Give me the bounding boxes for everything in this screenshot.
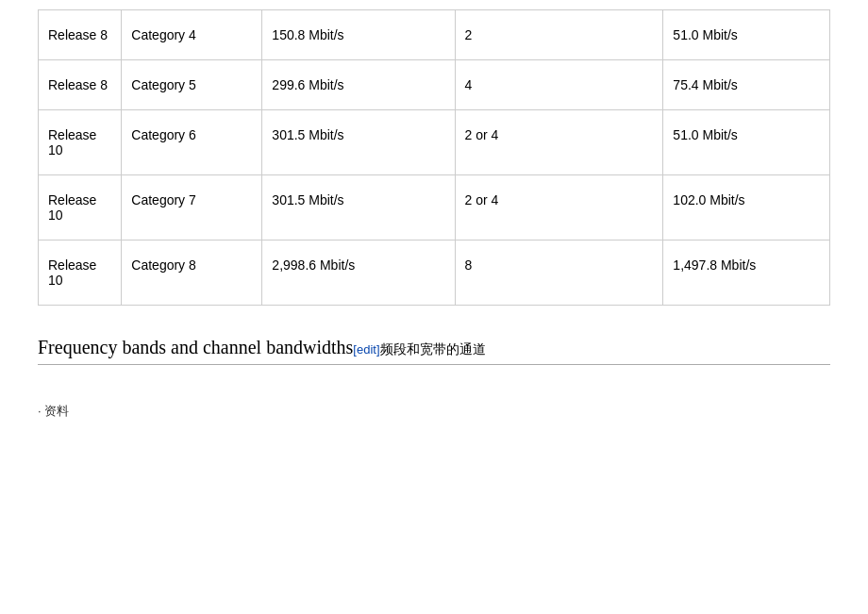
release-table: Release 8Category 4150.8 Mbit/s251.0 Mbi… [38,9,830,306]
downlink-cell: 301.5 Mbit/s [262,110,455,175]
release-cell: Release 10 [39,241,122,306]
release-cell: Release 10 [39,175,122,241]
category-cell: Category 4 [122,10,262,60]
category-cell: Category 6 [122,110,262,175]
category-cell: Category 5 [122,60,262,110]
uplink-cell: 51.0 Mbit/s [663,10,830,60]
section-title: Frequency bands and channel bandwidths [38,337,353,357]
uplink-cell: 1,497.8 Mbit/s [663,241,830,306]
downlink-cell: 299.6 Mbit/s [262,60,455,110]
edit-link[interactable]: [edit] [353,342,379,357]
category-cell: Category 8 [122,241,262,306]
uplink-cell: 51.0 Mbit/s [663,110,830,175]
streams-cell: 2 or 4 [455,110,663,175]
streams-cell: 8 [455,241,663,306]
table-row: Release 8Category 5299.6 Mbit/s475.4 Mbi… [39,60,830,110]
release-cell: Release 8 [39,10,122,60]
section-chinese-title: 频段和宽带的通道 [380,341,486,357]
table-row: Release 10Category 82,998.6 Mbit/s81,497… [39,241,830,306]
release-cell: Release 8 [39,60,122,110]
footer-note: · 资料 [38,403,830,420]
table-row: Release 10Category 7301.5 Mbit/s2 or 410… [39,175,830,241]
section-heading: Frequency bands and channel bandwidths[e… [38,334,830,365]
uplink-cell: 102.0 Mbit/s [663,175,830,241]
uplink-cell: 75.4 Mbit/s [663,60,830,110]
downlink-cell: 301.5 Mbit/s [262,175,455,241]
streams-cell: 2 or 4 [455,175,663,241]
table-row: Release 10Category 6301.5 Mbit/s2 or 451… [39,110,830,175]
streams-cell: 2 [455,10,663,60]
release-cell: Release 10 [39,110,122,175]
downlink-cell: 2,998.6 Mbit/s [262,241,455,306]
category-cell: Category 7 [122,175,262,241]
streams-cell: 4 [455,60,663,110]
table-row: Release 8Category 4150.8 Mbit/s251.0 Mbi… [39,10,830,60]
downlink-cell: 150.8 Mbit/s [262,10,455,60]
